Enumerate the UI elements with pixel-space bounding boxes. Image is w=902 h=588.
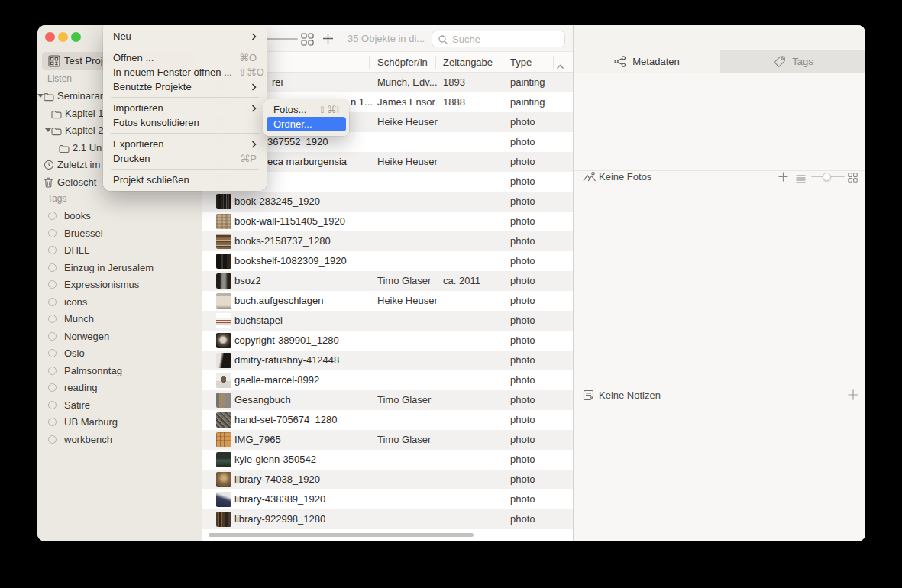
tag-circle-icon (48, 280, 57, 289)
submenu-chevron-icon (251, 141, 257, 148)
menu-item-label: Öffnen ... (113, 52, 233, 63)
horizontal-scrollbar[interactable] (209, 533, 474, 537)
sidebar-tag-dhll[interactable]: DHLL (37, 242, 202, 259)
table-row-buchstapel[interactable]: buchstapelphoto (202, 311, 573, 331)
row-type: photo (510, 414, 535, 425)
menu-item-projekt-schlie-en[interactable]: Projekt schließen (103, 173, 267, 187)
menu-item-in-neuem-fenster-ffnen[interactable]: In neuem Fenster öffnen ...⇧⌘O (103, 65, 267, 79)
photo-size-slider-knob[interactable] (823, 173, 831, 181)
column-header-type[interactable]: Type (510, 57, 532, 68)
menu-shortcut: ⌘P (240, 153, 257, 164)
tab-tags[interactable]: Tags (720, 50, 865, 73)
table-row-books-2158737-1280[interactable]: books-2158737_1280photo (202, 231, 573, 251)
tag-label: Bruessel (64, 228, 103, 239)
submenu-item-ordner[interactable]: Ordner... (267, 117, 346, 131)
menu-item-ffnen[interactable]: Öffnen ...⌘O (103, 50, 267, 65)
tab-metadaten[interactable]: Metadaten (574, 50, 720, 73)
metadata-share-icon (614, 56, 626, 67)
row-name: Gesangbuch (234, 394, 291, 405)
table-row-bsoz2[interactable]: bsoz2Timo Glaserca. 2011photo (202, 271, 573, 291)
close-window-button[interactable] (45, 32, 55, 42)
table-row-hand-set-705674-1280[interactable]: hand-set-705674_1280photo (202, 410, 573, 430)
row-thumbnail (216, 313, 231, 328)
trash-icon (44, 177, 53, 191)
folder-icon (51, 125, 62, 139)
row-thumbnail (216, 214, 231, 229)
no-notes-icon (583, 389, 594, 404)
sidebar-tag-oslo[interactable]: Oslo (37, 345, 202, 362)
sidebar-tag-palmsonntag[interactable]: Palmsonntag (37, 363, 202, 380)
grid-view-small-icon[interactable] (848, 172, 858, 186)
sidebar-tag-icons[interactable]: icons (37, 294, 202, 311)
search-input[interactable] (451, 32, 561, 46)
row-creator: Heike Heuser (377, 116, 438, 128)
sidebar-tag-einzug-in-jerusalem[interactable]: Einzug in Jerusalem (37, 260, 202, 276)
add-photo-button[interactable] (778, 171, 789, 186)
disclosure-triangle-icon[interactable] (37, 94, 44, 98)
tag-circle-icon (48, 332, 57, 341)
row-type: photo (510, 473, 535, 485)
menu-separator (103, 166, 267, 173)
grid-view-icon[interactable] (301, 33, 314, 49)
row-type: photo (510, 195, 535, 207)
tab-tags-label: Tags (792, 56, 813, 67)
table-row-gesangbuch[interactable]: GesangbuchTimo Glaserphoto (202, 390, 573, 410)
zoom-window-button[interactable] (71, 32, 81, 42)
row-type: photo (510, 275, 535, 286)
search-icon (438, 34, 448, 45)
minimize-window-button[interactable] (58, 32, 68, 42)
menu-item-drucken[interactable]: Drucken⌘P (103, 151, 267, 166)
table-row-kyle-glenn-350542[interactable]: kyle-glenn-350542photo (202, 450, 573, 470)
tag-label: Satire (64, 399, 90, 411)
sidebar-tag-books[interactable]: books (37, 208, 202, 225)
table-row-img-7965[interactable]: IMG_7965Timo Glaserphoto (202, 430, 573, 450)
table-row-dmitry-ratushny-412448[interactable]: dmitry-ratushny-412448photo (202, 351, 573, 370)
table-row-library-74038-1920[interactable]: library-74038_1920photo (202, 470, 573, 489)
folder-icon (51, 108, 62, 122)
menu-item-fotos-konsolidieren[interactable]: Fotos konsolidieren (103, 115, 267, 130)
row-type: photo (510, 354, 535, 366)
sidebar-tag-expressionismus[interactable]: Expressionismus (37, 276, 202, 293)
row-name: kyle-glenn-350542 (234, 454, 316, 465)
table-row-book-283245-1920[interactable]: book-283245_1920photo (202, 192, 573, 212)
row-creator: Timo Glaser (377, 275, 431, 286)
row-thumbnail (216, 373, 231, 388)
row-name: copyright-389901_1280 (234, 334, 339, 346)
search-field[interactable] (432, 31, 565, 47)
row-name: IMG_7965 (234, 434, 281, 445)
table-row-library-438389-1920[interactable]: library-438389_1920photo (202, 489, 573, 509)
menu-item-neu[interactable]: Neu (103, 29, 267, 44)
menu-item-exportieren[interactable]: Exportieren (103, 137, 267, 151)
sidebar-tag-bruessel[interactable]: Bruessel (37, 225, 202, 242)
tag-circle-icon (48, 246, 57, 254)
sidebar-tag-norwegen[interactable]: Norwegen (37, 328, 202, 345)
table-row-gaelle-marcel-8992[interactable]: gaelle-marcel-8992photo (202, 370, 573, 390)
table-row-bookshelf-1082309-1920[interactable]: bookshelf-1082309_1920photo (202, 251, 573, 271)
add-note-button[interactable] (847, 389, 859, 404)
row-type: photo (510, 434, 535, 445)
sidebar-tag-ub-marburg[interactable]: UB Marburg (37, 414, 202, 431)
sidebar-tag-workbench[interactable]: workbench (37, 431, 202, 448)
sidebar-tag-satire[interactable]: Satire (37, 397, 202, 414)
menu-item-importieren[interactable]: Importieren (103, 101, 267, 115)
list-view-icon[interactable] (796, 173, 806, 186)
table-row-buch-aufgeschlagen[interactable]: buch.aufgeschlagenHeike Heuserphoto (202, 291, 573, 311)
menu-item-label: Neu (113, 31, 245, 42)
sidebar-item-label: Kapitel 1 (65, 108, 104, 119)
tag-label: UB Marburg (64, 416, 118, 428)
tag-label: Oslo (64, 347, 85, 359)
column-header-creator[interactable]: Schöpfer/in (377, 57, 428, 68)
menu-item-benutzte-projekte[interactable]: Benutzte Projekte (103, 79, 267, 94)
table-row-copyright-389901-1280[interactable]: copyright-389901_1280photo (202, 331, 573, 351)
row-name: rei (272, 76, 283, 88)
disclosure-triangle-icon[interactable] (45, 128, 51, 132)
table-row-book-wall-1151405-1920[interactable]: book-wall-1151405_1920photo (202, 212, 573, 231)
tag-label: workbench (64, 434, 112, 445)
add-object-button[interactable] (322, 32, 335, 48)
table-row-library-922998-1280[interactable]: library-922998_1280photo (202, 509, 573, 529)
column-header-date[interactable]: Zeitangabe (443, 57, 493, 68)
submenu-item-fotos[interactable]: Fotos...⇧⌘I (267, 102, 346, 117)
submenu-chevron-icon (251, 105, 257, 112)
sidebar-tag-reading[interactable]: reading (37, 380, 202, 396)
sidebar-tag-munch[interactable]: Munch (37, 311, 202, 328)
